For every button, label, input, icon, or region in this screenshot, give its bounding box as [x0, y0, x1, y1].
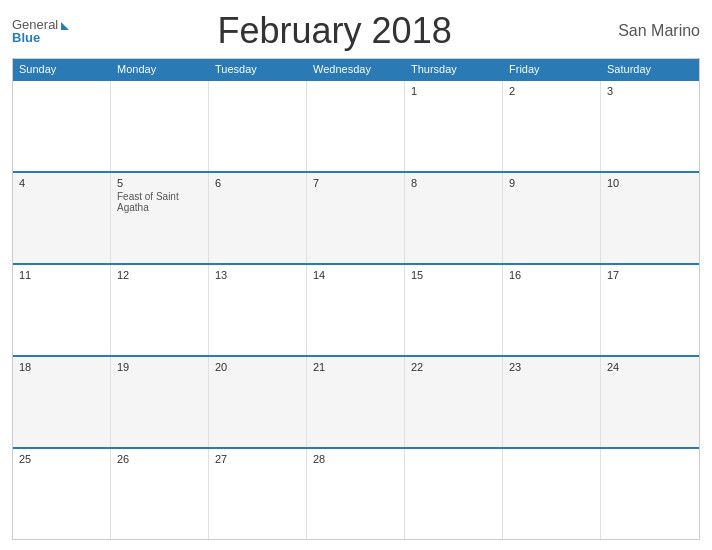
day-number: 17 — [607, 269, 693, 281]
day-cell: 12 — [111, 265, 209, 355]
day-number: 25 — [19, 453, 104, 465]
day-number: 28 — [313, 453, 398, 465]
header-tuesday: Tuesday — [209, 59, 307, 79]
day-number: 5 — [117, 177, 202, 189]
day-number: 4 — [19, 177, 104, 189]
day-cell: 21 — [307, 357, 405, 447]
day-number: 14 — [313, 269, 398, 281]
day-number: 23 — [509, 361, 594, 373]
day-number: 1 — [411, 85, 496, 97]
logo-blue-text: Blue — [12, 31, 69, 44]
day-cell — [13, 81, 111, 171]
day-headers-row: Sunday Monday Tuesday Wednesday Thursday… — [13, 59, 699, 79]
day-cell: 14 — [307, 265, 405, 355]
day-cell — [209, 81, 307, 171]
day-cell: 4 — [13, 173, 111, 263]
week-row-4: 18192021222324 — [13, 355, 699, 447]
day-number: 9 — [509, 177, 594, 189]
day-number: 2 — [509, 85, 594, 97]
header-thursday: Thursday — [405, 59, 503, 79]
day-number: 27 — [215, 453, 300, 465]
day-number: 18 — [19, 361, 104, 373]
logo: General Blue — [12, 18, 69, 44]
day-number: 13 — [215, 269, 300, 281]
day-cell: 13 — [209, 265, 307, 355]
day-number: 7 — [313, 177, 398, 189]
day-number: 21 — [313, 361, 398, 373]
day-cell: 5Feast of Saint Agatha — [111, 173, 209, 263]
day-cell: 18 — [13, 357, 111, 447]
day-number: 6 — [215, 177, 300, 189]
header: General Blue February 2018 San Marino — [12, 10, 700, 52]
day-cell: 26 — [111, 449, 209, 539]
country-label: San Marino — [600, 22, 700, 40]
day-cell: 23 — [503, 357, 601, 447]
day-number: 16 — [509, 269, 594, 281]
day-number: 20 — [215, 361, 300, 373]
day-cell: 25 — [13, 449, 111, 539]
header-saturday: Saturday — [601, 59, 699, 79]
week-row-5: 25262728 — [13, 447, 699, 539]
day-cell: 19 — [111, 357, 209, 447]
day-number: 11 — [19, 269, 104, 281]
day-cell: 27 — [209, 449, 307, 539]
day-cell — [307, 81, 405, 171]
header-sunday: Sunday — [13, 59, 111, 79]
day-cell: 15 — [405, 265, 503, 355]
day-number: 10 — [607, 177, 693, 189]
day-cell: 7 — [307, 173, 405, 263]
day-cell: 16 — [503, 265, 601, 355]
week-row-3: 11121314151617 — [13, 263, 699, 355]
day-cell — [601, 449, 699, 539]
day-number: 26 — [117, 453, 202, 465]
day-cell: 28 — [307, 449, 405, 539]
day-cell: 17 — [601, 265, 699, 355]
day-cell — [111, 81, 209, 171]
day-number: 22 — [411, 361, 496, 373]
calendar-title: February 2018 — [69, 10, 600, 52]
day-number: 15 — [411, 269, 496, 281]
day-number: 19 — [117, 361, 202, 373]
day-cell: 24 — [601, 357, 699, 447]
day-cell: 9 — [503, 173, 601, 263]
day-cell: 3 — [601, 81, 699, 171]
weeks-container: 12345Feast of Saint Agatha67891011121314… — [13, 79, 699, 539]
day-cell: 1 — [405, 81, 503, 171]
page: General Blue February 2018 San Marino Su… — [0, 0, 712, 550]
day-number: 3 — [607, 85, 693, 97]
day-cell — [405, 449, 503, 539]
day-cell: 10 — [601, 173, 699, 263]
day-cell: 2 — [503, 81, 601, 171]
week-row-1: 123 — [13, 79, 699, 171]
day-number: 8 — [411, 177, 496, 189]
day-cell: 11 — [13, 265, 111, 355]
day-cell: 22 — [405, 357, 503, 447]
day-number: 24 — [607, 361, 693, 373]
day-cell: 8 — [405, 173, 503, 263]
week-row-2: 45Feast of Saint Agatha678910 — [13, 171, 699, 263]
calendar: Sunday Monday Tuesday Wednesday Thursday… — [12, 58, 700, 540]
day-number: 12 — [117, 269, 202, 281]
header-friday: Friday — [503, 59, 601, 79]
day-event: Feast of Saint Agatha — [117, 191, 202, 213]
logo-triangle-icon — [61, 22, 69, 30]
header-monday: Monday — [111, 59, 209, 79]
day-cell: 20 — [209, 357, 307, 447]
day-cell — [503, 449, 601, 539]
day-cell: 6 — [209, 173, 307, 263]
header-wednesday: Wednesday — [307, 59, 405, 79]
